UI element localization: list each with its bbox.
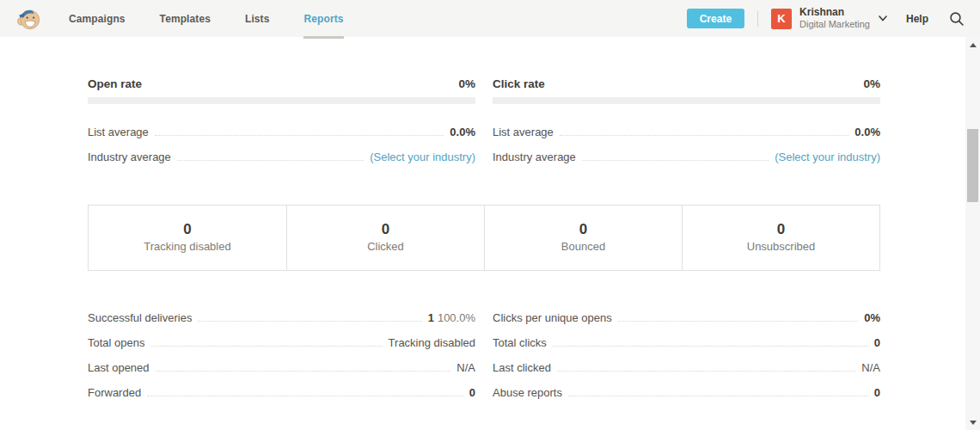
chevron-down-icon[interactable] [879, 15, 887, 22]
counter-bounced: 0 Bounced [484, 206, 682, 270]
stat-value: Tracking disabled [389, 336, 475, 349]
detail-stats-left: Successful deliveries 1100.0% Total open… [88, 311, 475, 399]
open-rate-value: 0% [458, 77, 475, 90]
open-rate-panel: Open rate 0% List average 0.0% Industry … [88, 77, 475, 163]
dotted-leader [553, 346, 868, 347]
row-clicks-per-unique-opens: Clicks per unique opens 0% [493, 311, 880, 324]
help-link[interactable]: Help [906, 13, 928, 25]
nav-item-campaigns[interactable]: Campaigns [69, 0, 126, 37]
click-list-average-row: List average 0.0% [493, 126, 880, 138]
stat-value: 0.0% [854, 126, 880, 138]
row-abuse-reports: Abuse reports 0 [493, 386, 880, 399]
mailchimp-logo-icon[interactable] [15, 6, 41, 32]
top-nav-bar: Campaigns Templates Lists Reports Create… [0, 0, 980, 37]
stat-value: 0 [874, 386, 880, 399]
counter-label: Clicked [287, 240, 484, 253]
user-name: Krishnan [799, 7, 870, 19]
stat-label: Total opens [88, 336, 145, 349]
stat-suffix: 100.0% [438, 311, 475, 324]
row-last-opened: Last opened N/A [88, 361, 475, 374]
row-total-opens: Total opens Tracking disabled [88, 336, 475, 349]
stat-value: N/A [861, 361, 880, 374]
nav-item-lists[interactable]: Lists [245, 0, 270, 37]
nav-item-templates[interactable]: Templates [160, 0, 211, 37]
scrollbar-thumb[interactable] [967, 129, 978, 202]
click-rate-panel: Click rate 0% List average 0.0% Industry… [493, 77, 880, 163]
click-rate-progress-bar [493, 97, 880, 104]
scroll-up-arrow-icon[interactable] [965, 39, 980, 51]
click-rate-value: 0% [863, 77, 880, 90]
counter-value: 0 [287, 221, 484, 238]
counter-label: Bounced [485, 240, 682, 253]
stat-label: Industry average [493, 150, 576, 163]
dotted-leader [560, 135, 849, 136]
stat-label: Last opened [88, 361, 150, 374]
primary-nav: Campaigns Templates Lists Reports [69, 0, 378, 37]
stat-label: Clicks per unique opens [493, 311, 612, 324]
row-successful-deliveries: Successful deliveries 1100.0% [88, 311, 475, 324]
nav-item-reports[interactable]: Reports [303, 0, 343, 37]
stat-label: Total clicks [493, 336, 547, 349]
dotted-leader [156, 371, 451, 372]
row-last-clicked: Last clicked N/A [493, 361, 880, 374]
counter-clicked: 0 Clicked [286, 206, 484, 270]
stat-value: 0% [864, 311, 880, 324]
report-overview: Open rate 0% List average 0.0% Industry … [88, 37, 880, 399]
account-menu[interactable]: Krishnan Digital Marketing [799, 7, 870, 29]
stat-label: Successful deliveries [88, 311, 192, 324]
stat-label: List average [493, 126, 554, 138]
user-organization: Digital Marketing [799, 19, 870, 30]
row-forwarded: Forwarded 0 [88, 386, 475, 399]
stat-label: List average [88, 126, 149, 138]
select-industry-link[interactable]: (Select your industry) [775, 150, 880, 163]
stat-value: 0 [469, 386, 475, 399]
dotted-leader [198, 321, 421, 322]
dotted-leader [618, 321, 858, 322]
open-rate-progress-bar [88, 97, 475, 104]
open-rate-title: Open rate [88, 77, 142, 90]
counter-value: 0 [683, 221, 879, 238]
dotted-leader [568, 396, 868, 396]
counter-label: Tracking disabled [89, 240, 286, 253]
counter-label: Unsubscribed [683, 240, 879, 253]
dotted-leader [155, 135, 444, 136]
stat-label: Last clicked [493, 361, 551, 374]
dotted-leader [151, 346, 383, 347]
open-industry-average-row: Industry average (Select your industry) [88, 150, 475, 163]
stat-value: 0.0% [450, 126, 475, 138]
dotted-leader [582, 160, 769, 161]
scroll-down-arrow-icon[interactable] [965, 416, 980, 428]
rates-section: Open rate 0% List average 0.0% Industry … [88, 77, 880, 163]
click-industry-average-row: Industry average (Select your industry) [493, 150, 880, 163]
dotted-leader [147, 396, 463, 396]
stat-label: Abuse reports [493, 386, 562, 399]
detail-stats-section: Successful deliveries 1100.0% Total open… [88, 311, 880, 399]
row-total-clicks: Total clicks 0 [493, 336, 880, 349]
vertical-scrollbar[interactable] [965, 37, 980, 430]
counter-value: 0 [485, 221, 682, 238]
open-list-average-row: List average 0.0% [88, 126, 475, 138]
nav-right-cluster: Create K Krishnan Digital Marketing Help [687, 7, 970, 29]
nav-divider [757, 11, 758, 27]
counter-tracking-disabled: 0 Tracking disabled [89, 206, 286, 270]
counter-unsubscribed: 0 Unsubscribed [682, 206, 879, 270]
create-button[interactable]: Create [687, 9, 744, 28]
detail-stats-right: Clicks per unique opens 0% Total clicks … [493, 311, 880, 399]
stat-label: Forwarded [88, 386, 141, 399]
dotted-leader [557, 371, 855, 372]
stat-label: Industry average [88, 150, 171, 163]
counter-boxes: 0 Tracking disabled 0 Clicked 0 Bounced … [88, 205, 880, 271]
user-avatar[interactable]: K [771, 9, 792, 29]
search-icon[interactable] [949, 11, 965, 27]
select-industry-link[interactable]: (Select your industry) [370, 150, 475, 163]
stat-value: 1100.0% [428, 311, 475, 324]
dotted-leader [177, 160, 364, 161]
stat-value: N/A [456, 361, 475, 374]
stat-value: 0 [874, 336, 880, 349]
click-rate-title: Click rate [493, 77, 545, 90]
counter-value: 0 [89, 221, 286, 238]
